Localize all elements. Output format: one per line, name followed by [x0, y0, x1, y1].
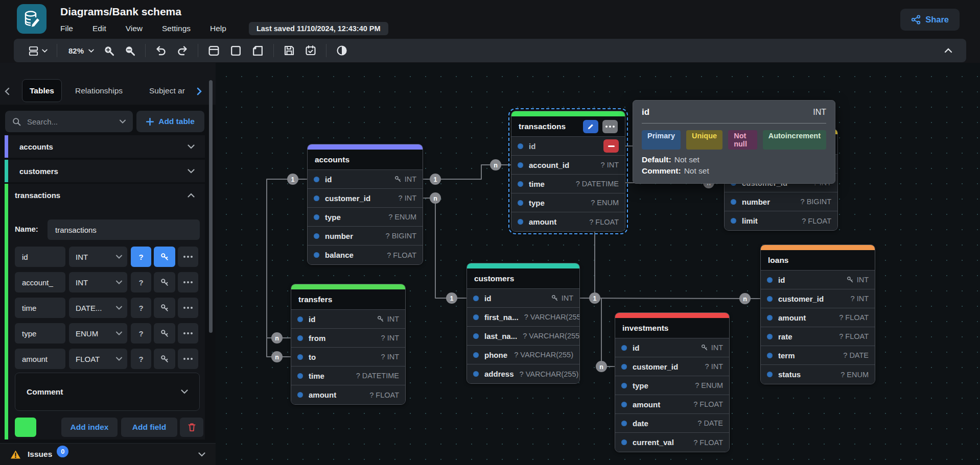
table-field-row[interactable]: idINT: [291, 310, 405, 329]
field-name-input[interactable]: time: [15, 298, 65, 318]
primary-key-toggle[interactable]: [154, 349, 175, 369]
save-button[interactable]: [278, 42, 300, 59]
delete-table-button[interactable]: [180, 418, 203, 437]
tab-subject-areas[interactable]: Subject ar: [149, 86, 185, 95]
toolbar-collapse-button[interactable]: [940, 42, 957, 59]
table-more-options-button[interactable]: [602, 120, 618, 133]
table-field-row[interactable]: time? DATETIME: [291, 366, 405, 385]
table-field-row[interactable]: to? INT: [291, 348, 405, 366]
field-more-options-button[interactable]: [178, 298, 198, 318]
table-field-row[interactable]: number? BIGINT: [725, 192, 837, 211]
table-field-row[interactable]: current_val? FLOAT: [615, 433, 729, 452]
table-field-row[interactable]: customer_id? INT: [308, 189, 423, 208]
table-field-row[interactable]: amount? FLOAT: [615, 395, 729, 414]
zoom-in-button[interactable]: [99, 42, 120, 59]
field-more-options-button[interactable]: [178, 272, 198, 292]
field-name-input[interactable]: id: [15, 247, 65, 267]
table-field-row[interactable]: idINT: [308, 170, 423, 189]
canvas-table-transactions[interactable]: transactions id account_id? INT time? DA…: [511, 111, 625, 232]
table-field-row[interactable]: from? INT: [291, 329, 405, 348]
table-field-row[interactable]: first_na...? VARCHAR(255): [467, 308, 579, 327]
table-field-row[interactable]: customer_id? INT: [761, 289, 875, 308]
menu-view[interactable]: View: [126, 24, 143, 33]
field-more-options-button[interactable]: [178, 323, 198, 344]
nullable-toggle[interactable]: ?: [131, 298, 151, 318]
menu-help[interactable]: Help: [210, 24, 226, 33]
primary-key-toggle[interactable]: [154, 272, 175, 292]
table-field-row[interactable]: last_na...? VARCHAR(255): [467, 327, 579, 346]
field-type-select[interactable]: INT: [69, 272, 127, 292]
field-name-input[interactable]: account_: [15, 272, 65, 292]
canvas-table-accounts[interactable]: accounts idINT customer_id? INT type? EN…: [307, 144, 423, 265]
add-area-tool-button[interactable]: [225, 42, 247, 59]
field-type-select[interactable]: FLOAT: [69, 349, 127, 369]
table-field-row[interactable]: balance? FLOAT: [308, 246, 423, 264]
table-field-row[interactable]: customer_id? INT: [615, 357, 729, 376]
view-mode-button[interactable]: [23, 42, 52, 59]
table-field-row[interactable]: status? ENUM: [761, 365, 875, 384]
table-field-row[interactable]: phone? VARCHAR(255): [467, 346, 579, 364]
table-field-row[interactable]: number? BIGINT: [308, 227, 423, 246]
add-note-tool-button[interactable]: [247, 42, 269, 59]
app-logo-icon[interactable]: [17, 4, 46, 34]
tabs-scroll-left-icon[interactable]: [4, 87, 10, 95]
share-button[interactable]: Share: [900, 9, 960, 31]
table-field-row[interactable]: idINT: [761, 271, 875, 289]
redo-button[interactable]: [172, 42, 193, 59]
field-name-input[interactable]: amount: [15, 349, 65, 369]
autosave-button[interactable]: [300, 42, 321, 59]
table-name-input[interactable]: transactions: [48, 219, 200, 240]
nullable-toggle-active[interactable]: ?: [131, 247, 151, 267]
tab-tables[interactable]: Tables: [22, 79, 62, 102]
field-type-select[interactable]: ENUM: [69, 323, 127, 344]
table-list-item-transactions[interactable]: transactions: [5, 184, 205, 206]
table-field-row[interactable]: amount? FLOAT: [291, 385, 405, 404]
edit-table-button[interactable]: [583, 120, 598, 133]
field-type-select[interactable]: INT: [69, 247, 127, 267]
search-input[interactable]: Search...: [5, 111, 133, 132]
zoom-out-button[interactable]: [120, 42, 141, 59]
menu-settings[interactable]: Settings: [162, 24, 191, 33]
menu-file[interactable]: File: [60, 24, 73, 33]
table-field-row[interactable]: type? ENUM: [511, 193, 625, 212]
table-field-row[interactable]: amount? FLOAT: [511, 212, 625, 231]
add-table-tool-button[interactable]: [203, 42, 225, 59]
table-field-row[interactable]: term? DATE: [761, 346, 875, 365]
zoom-level-dropdown[interactable]: 82%: [62, 42, 99, 59]
table-field-row[interactable]: id: [511, 137, 625, 156]
canvas-table-customers[interactable]: customers idINT first_na...? VARCHAR(255…: [466, 263, 580, 384]
add-index-button[interactable]: Add index: [61, 418, 118, 437]
primary-key-toggle[interactable]: [154, 298, 175, 318]
canvas-table-loans[interactable]: loans idINT customer_id? INT amount? FLO…: [760, 244, 875, 384]
comment-section[interactable]: Comment: [15, 373, 200, 411]
field-type-select[interactable]: DATE...: [69, 298, 127, 318]
nullable-toggle[interactable]: ?: [131, 323, 151, 344]
tabs-scroll-right-icon[interactable]: [197, 87, 202, 95]
table-field-row[interactable]: idINT: [467, 289, 579, 308]
table-field-row[interactable]: amount? FLOAT: [761, 308, 875, 327]
table-field-row[interactable]: time? DATETIME: [511, 175, 625, 193]
table-field-row[interactable]: account_id? INT: [511, 156, 625, 175]
table-list-item-customers[interactable]: customers: [5, 160, 205, 182]
canvas-table-transfers[interactable]: transfers idINT from? INT to? INT time? …: [291, 284, 406, 405]
field-name-input[interactable]: type: [15, 323, 65, 344]
table-color-swatch[interactable]: [15, 418, 36, 437]
add-table-button[interactable]: Add table: [136, 111, 204, 132]
nullable-toggle[interactable]: ?: [131, 272, 151, 292]
add-field-button[interactable]: Add field: [121, 418, 177, 437]
primary-key-toggle[interactable]: [154, 323, 175, 344]
tab-relationships[interactable]: Relationships: [75, 86, 123, 95]
menu-edit[interactable]: Edit: [92, 24, 106, 33]
table-field-row[interactable]: date? DATE: [615, 414, 729, 433]
table-field-row[interactable]: address? VARCHAR(255): [467, 364, 579, 383]
canvas-table-investments[interactable]: investments idINT customer_id? INT type?…: [615, 312, 730, 452]
issues-bar[interactable]: Issues 0: [0, 443, 216, 465]
sidebar-scrollbar[interactable]: [209, 80, 213, 333]
undo-button[interactable]: [150, 42, 172, 59]
theme-toggle-button[interactable]: [331, 42, 353, 59]
table-field-row[interactable]: idINT: [615, 338, 729, 357]
nullable-toggle[interactable]: ?: [131, 349, 151, 369]
primary-key-toggle-active[interactable]: [154, 247, 175, 267]
table-field-row[interactable]: limit? FLOAT: [725, 211, 837, 230]
field-more-options-button[interactable]: [178, 247, 198, 267]
